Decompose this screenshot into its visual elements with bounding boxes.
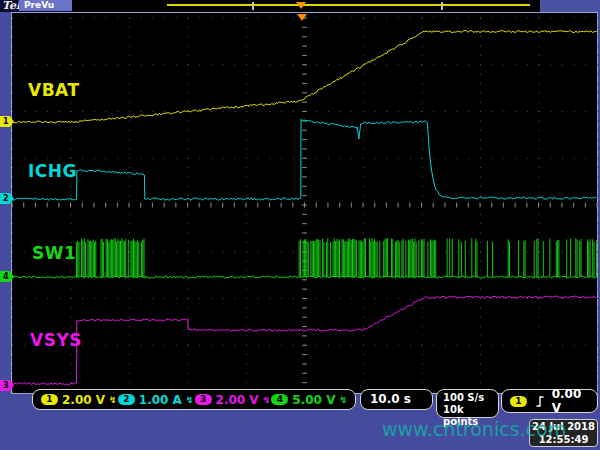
oscilloscope-screen: Tek PreVu VBAT ICHG SW1 VSYS 1 2 4 3 1 2…: [0, 0, 600, 450]
ch4-scale-value: 5.00 V: [292, 393, 335, 407]
trace-label-vbat: VBAT: [28, 80, 80, 100]
sample-rate: 100 S/s: [443, 392, 498, 404]
ch3-scale-value: 2.00 V: [216, 393, 259, 407]
timebase-readout: 10.0 s: [360, 389, 433, 410]
ch2-scale-value: 1.00 A: [139, 393, 182, 407]
trigger-source-badge: 1: [510, 396, 527, 407]
trace-label-sw1: SW1: [32, 243, 76, 263]
rising-edge-icon: [535, 395, 544, 408]
ch1-scale-value: 2.00 V: [62, 393, 105, 407]
trigger-level-value: 0.00 V: [552, 387, 589, 415]
ch1-number-badge: 1: [41, 394, 58, 405]
ch3-readout: 3 2.00 V ↯: [195, 393, 271, 407]
ch4-coupling-icon: ↯: [339, 395, 347, 405]
trace-label-ichg: ICHG: [28, 161, 77, 181]
acquisition-readout: 100 S/s 10k points: [436, 389, 499, 418]
ch1-readout: 1 2.00 V ↯: [41, 393, 117, 407]
trigger-readout: 1 0.00 V: [501, 389, 598, 413]
channel-scale-readouts: 1 2.00 V ↯ 2 1.00 A ↯ 3 2.00 V ↯ 4 5.00 …: [32, 389, 356, 410]
ch4-number-badge: 4: [271, 394, 288, 405]
ch4-readout: 4 5.00 V ↯: [271, 393, 347, 407]
ch2-readout: 2 1.00 A ↯: [118, 393, 194, 407]
ch3-number-badge: 3: [195, 394, 212, 405]
watermark-text: www.cntronics.com: [382, 418, 566, 440]
scope-canvas: [0, 0, 600, 450]
ch1-coupling-icon: ↯: [109, 395, 117, 405]
trace-label-vsys: VSYS: [30, 330, 82, 350]
ch2-coupling-icon: ↯: [186, 395, 194, 405]
ch3-coupling-icon: ↯: [263, 395, 271, 405]
ch2-number-badge: 2: [118, 394, 135, 405]
